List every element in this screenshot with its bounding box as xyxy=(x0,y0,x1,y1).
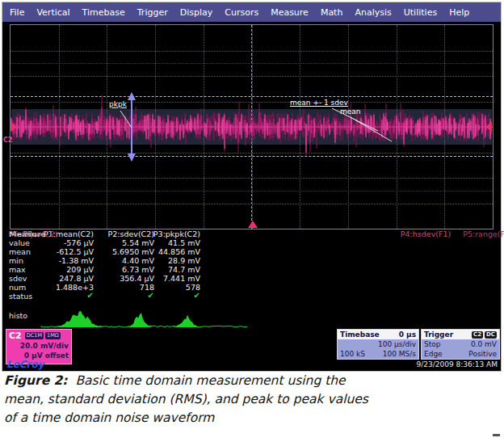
figure-label: Figure 2: xyxy=(4,373,68,388)
mean-leader-line xyxy=(351,117,392,141)
menu-item-measure[interactable]: Measure xyxy=(271,7,309,18)
figure-caption: Figure 2: Basic time domain measurement … xyxy=(4,372,498,427)
menu-item-utilities[interactable]: Utilities xyxy=(404,7,437,18)
measure-cell: 44.856 mV xyxy=(136,247,200,256)
channel-name: C2 xyxy=(9,330,22,341)
cursor-mark xyxy=(493,434,500,436)
trigger-mode: Stop xyxy=(424,339,440,349)
measure-cell: 247.8 µV xyxy=(29,274,94,283)
lecroy-logo: LeCroy xyxy=(6,359,44,370)
trigger-level: 0.0 mV xyxy=(471,339,497,349)
timebase-title: Timebase xyxy=(340,330,380,339)
pkpk-annotation: pkpk xyxy=(109,100,127,108)
menu-item-cursors[interactable]: Cursors xyxy=(225,7,258,18)
measure-cell: 41.5 mV xyxy=(136,238,200,247)
menu-item-analysis[interactable]: Analysis xyxy=(355,7,391,18)
measure-cell: 74.7 mV xyxy=(136,265,200,274)
measure-column-header[interactable]: P4:hsdev(F1) xyxy=(395,229,456,238)
menu-item-help[interactable]: Help xyxy=(449,7,469,18)
trigger-source-badge: C2 xyxy=(472,331,483,339)
status-check-icon: ✔ xyxy=(29,291,94,300)
trigger-slope: Positive xyxy=(468,349,497,359)
measure-column-header[interactable]: P3:pkpk(C2) xyxy=(136,229,200,238)
timebase-box[interactable]: Timebase 0 µs 100 µs/div 100 kS 100 MS/s xyxy=(337,329,419,360)
pkpk-arrow-up xyxy=(128,92,136,100)
menu-item-trigger[interactable]: Trigger xyxy=(137,7,168,18)
channel-edge-label: C2 xyxy=(3,137,12,144)
trigger-title: Trigger xyxy=(424,330,453,339)
caption-line1: Basic time domain measurement using the xyxy=(75,373,345,388)
pkpk-leader-line xyxy=(120,111,132,128)
measure-column-header[interactable]: P5:range(F1) xyxy=(457,229,504,238)
annotation-overlay xyxy=(10,25,493,229)
meansdev-annotation: mean +- 1 sdev xyxy=(290,99,348,107)
menu-item-file[interactable]: File xyxy=(10,7,24,18)
caption-line3: of a time domain noise waveform xyxy=(4,409,498,427)
caption-line2: mean, standard deviation (RMS), and peak… xyxy=(4,390,498,409)
impedance-badge: 1MΩ xyxy=(45,332,61,339)
trigger-box[interactable]: Trigger C2 DC Stop 0.0 mV Edge Positive xyxy=(421,329,500,360)
timebase-rate: 100 MS/s xyxy=(383,349,416,359)
measure-cell: 7.441 mV xyxy=(136,274,200,283)
channel-zero-marker[interactable] xyxy=(11,123,18,131)
menu-item-timebase[interactable]: Timebase xyxy=(82,7,125,18)
channel-scale: 20.0 mV/div xyxy=(9,341,69,351)
measure-table: Measurevaluemeanminmaxsdevnumstatushisto… xyxy=(2,227,501,332)
menu-item-vertical[interactable]: Vertical xyxy=(36,7,69,18)
trigger-type: Edge xyxy=(424,349,443,359)
menu-bar: FileVerticalTimebaseTriggerDisplayCursor… xyxy=(2,2,501,22)
measure-cell: -576 µV xyxy=(29,238,94,247)
menu-item-math[interactable]: Math xyxy=(321,7,343,18)
trigger-level-marker[interactable] xyxy=(485,122,492,132)
coupling-badge: DC1M xyxy=(25,332,44,339)
measure-cell: 209 µV xyxy=(29,265,94,274)
timestamp: 9/23/2009 8:36:13 AM xyxy=(417,360,498,368)
menu-item-display[interactable]: Display xyxy=(180,7,213,18)
trigger-coupling-badge: DC xyxy=(485,331,497,339)
measure-cell: -1.38 mV xyxy=(29,256,94,265)
pkpk-arrow-down xyxy=(128,154,136,162)
timebase-scale: 100 µs/div xyxy=(378,339,416,349)
measure-row-label: histo xyxy=(9,311,57,320)
measure-cell: 28.9 mV xyxy=(136,256,200,265)
oscilloscope-screen: FileVerticalTimebaseTriggerDisplayCursor… xyxy=(2,2,501,371)
mean-annotation: mean xyxy=(340,107,361,116)
status-check-icon: ✔ xyxy=(136,291,200,300)
histogram-icons xyxy=(35,308,253,329)
waveform-grid: pkpk mean +- 1 sdev mean xyxy=(10,24,494,229)
timebase-samples: 100 kS xyxy=(340,349,365,359)
measure-cell: -612.5 µV xyxy=(29,247,94,256)
timebase-delay: 0 µs xyxy=(399,330,416,339)
measure-column-header[interactable]: P8:--- xyxy=(2,229,64,238)
